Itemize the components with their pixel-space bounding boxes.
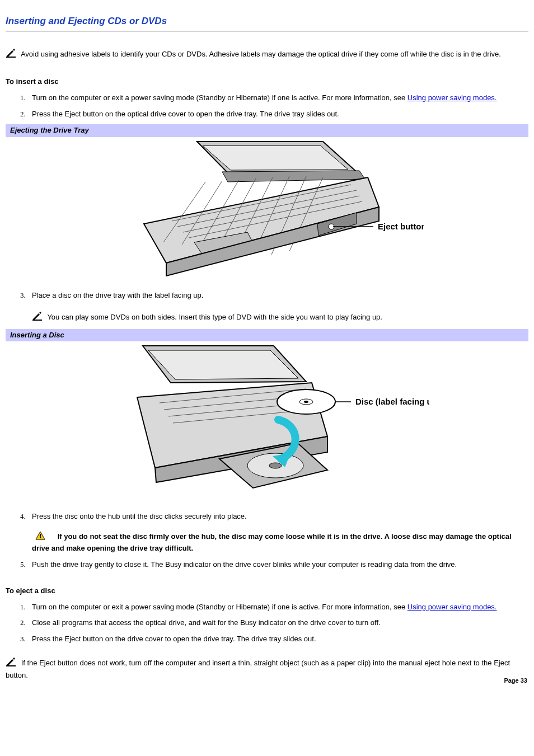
intro-note: Avoid using adhesive labels to identify …	[6, 48, 528, 62]
step-text: Press the Eject button on the optical dr…	[32, 110, 339, 118]
intro-note-text: Avoid using adhesive labels to identify …	[21, 50, 501, 58]
figure-2: Inserting a Disc	[6, 329, 528, 499]
svg-rect-41	[40, 537, 41, 538]
list-marker: 4.	[20, 511, 26, 522]
title-rule	[6, 31, 528, 31]
power-saving-link[interactable]: Using power saving modes.	[407, 93, 497, 102]
step-3-note: You can play some DVDs on both sides. In…	[32, 311, 528, 325]
step-text: Turn on the computer or exit a power sav…	[32, 603, 407, 611]
step-text: Place a disc on the drive tray with the …	[32, 291, 203, 299]
page-title: Inserting and Ejecting CDs or DVDs	[6, 15, 528, 30]
eject-note: If the Eject button does not work, turn …	[6, 657, 528, 681]
list-marker: 3.	[20, 634, 26, 645]
figure-2-caption: Inserting a Disc	[6, 329, 528, 342]
eject-step-1: 1. Turn on the computer or exit a power …	[6, 602, 528, 613]
page-number: Page 33	[504, 677, 527, 685]
list-marker: 1.	[20, 602, 26, 613]
svg-rect-22	[32, 320, 42, 321]
figure-1-caption: Ejecting the Drive Tray	[6, 124, 528, 137]
insert-step-3: 3. Place a disc on the drive tray with t…	[6, 290, 528, 499]
laptop-insert-illustration: Disc (label facing up)	[105, 341, 429, 498]
step-text: Push the drive tray gently to close it. …	[32, 560, 457, 569]
svg-point-33	[269, 463, 282, 468]
pencil-note-icon	[32, 311, 44, 325]
svg-rect-40	[40, 534, 41, 537]
insert-step-5: 5. Push the drive tray gently to close i…	[6, 560, 528, 570]
list-marker: 5.	[20, 560, 26, 570]
svg-marker-3	[222, 171, 365, 182]
list-marker: 2.	[20, 618, 26, 628]
pencil-note-icon	[6, 657, 18, 670]
eject-heading: To eject a disc	[6, 586, 528, 597]
figure-1-label: Eject button	[378, 222, 424, 231]
list-marker: 2.	[20, 109, 26, 120]
insert-step-4: 4. Press the disc onto the hub until the…	[6, 511, 528, 554]
list-marker: 3.	[20, 290, 26, 301]
insert-heading: To insert a disc	[6, 77, 528, 87]
svg-rect-0	[6, 57, 16, 58]
step-4-caution: If you do not seat the disc firmly over …	[32, 531, 528, 554]
step-3-note-text: You can play some DVDs on both sides. In…	[47, 313, 382, 321]
eject-steps-list: 1. Turn on the computer or exit a power …	[6, 602, 528, 645]
figure-2-label: Disc (label facing up)	[355, 397, 429, 406]
insert-steps-list: 1. Turn on the computer or exit a power …	[6, 93, 528, 570]
power-saving-link[interactable]: Using power saving modes.	[407, 603, 497, 611]
step-text: Turn on the computer or exit a power sav…	[32, 93, 407, 102]
list-marker: 1.	[20, 93, 26, 104]
warning-icon	[35, 531, 45, 543]
insert-step-2: 2. Press the Eject button on the optical…	[6, 109, 528, 277]
caution-text: If you do not seat the disc firmly over …	[32, 533, 512, 552]
figure-1: Ejecting the Drive Tray	[6, 124, 528, 277]
step-text: Press the disc onto the hub until the di…	[32, 512, 247, 520]
insert-step-1: 1. Turn on the computer or exit a power …	[6, 93, 528, 104]
step-text: Press the Eject button on the drive cove…	[32, 635, 316, 643]
eject-step-2: 2. Close all programs that access the op…	[6, 618, 528, 628]
eject-note-text: If the Eject button does not work, turn …	[6, 659, 510, 679]
svg-point-37	[304, 401, 308, 403]
svg-rect-42	[6, 665, 16, 666]
pencil-note-icon	[6, 48, 18, 62]
eject-step-3: 3. Press the Eject button on the drive c…	[6, 634, 528, 645]
step-text: Close all programs that access the optic…	[32, 618, 381, 627]
laptop-eject-illustration: Eject button	[110, 137, 424, 277]
